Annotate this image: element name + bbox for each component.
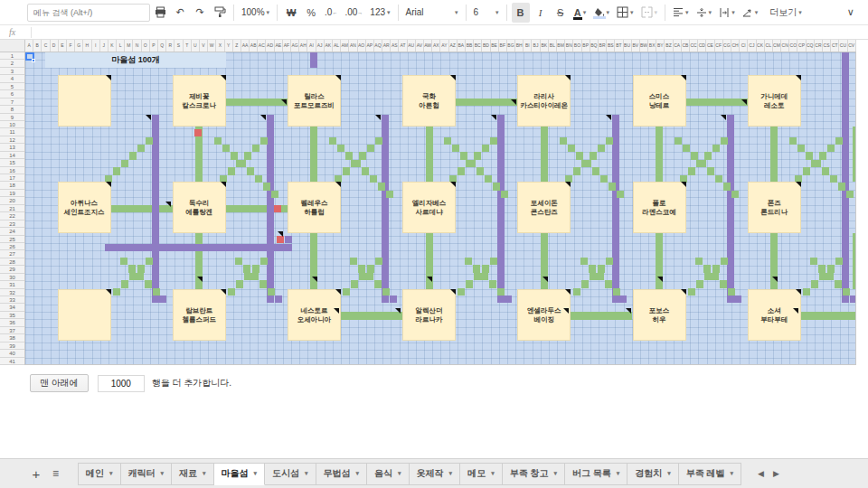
column-header[interactable]: BD <box>482 40 490 52</box>
row-header[interactable]: 16 <box>0 167 24 174</box>
sheet-tab-무법섬[interactable]: 무법섬▾ <box>316 463 368 485</box>
row-header[interactable]: 2 <box>0 60 24 67</box>
column-header[interactable]: U <box>192 40 200 52</box>
empty-note-box[interactable] <box>58 75 111 127</box>
column-header[interactable]: BQ <box>590 40 599 52</box>
sheet-tab-menu-icon[interactable]: ▾ <box>491 470 495 477</box>
sheet-tab-부족 창고[interactable]: 부족 창고▾ <box>503 463 565 485</box>
sheet-tab-버그 목록[interactable]: 버그 목록▾ <box>565 463 627 485</box>
column-header[interactable]: Q <box>158 40 166 52</box>
village-note-box[interactable]: 펠레우스 하를럼 <box>288 182 341 233</box>
row-header[interactable]: 26 <box>0 243 24 250</box>
column-header[interactable]: CP <box>797 40 806 52</box>
column-header[interactable]: CE <box>706 40 714 52</box>
print-icon[interactable] <box>151 3 169 23</box>
row-header[interactable]: 33 <box>0 296 24 304</box>
number-format-select[interactable]: 123▾ <box>367 3 392 23</box>
column-header[interactable]: AK <box>325 40 333 52</box>
row-header[interactable]: 11 <box>0 128 24 136</box>
village-note-box[interactable]: 독수리 에를랑겐 <box>173 182 226 233</box>
sheet-grid[interactable]: 마을섬 100개 제비꽃 칼스크로나릴라스 포트모르즈비국화 아른험라리사 카스… <box>25 52 856 365</box>
column-header[interactable]: N <box>133 40 141 52</box>
row-header[interactable]: 32 <box>0 289 24 296</box>
village-note-box[interactable]: 포보스 히우 <box>633 289 686 341</box>
column-header[interactable]: BZ <box>665 40 673 52</box>
column-header[interactable]: Z <box>233 40 241 52</box>
column-header[interactable]: A <box>25 40 33 52</box>
village-note-box[interactable]: 스미스 낭테르 <box>633 75 686 127</box>
add-rows-count-input[interactable] <box>98 375 145 392</box>
all-sheets-icon[interactable]: ≡ <box>45 467 65 480</box>
column-header[interactable]: AM <box>341 40 349 52</box>
column-header[interactable]: B <box>33 40 42 52</box>
sheet-tab-부족 레벨[interactable]: 부족 레벨▾ <box>679 463 741 485</box>
tabs-scroll-right-icon[interactable]: ▶ <box>773 469 779 478</box>
column-header[interactable]: AZ <box>449 40 458 52</box>
row-header[interactable]: 38 <box>0 334 24 342</box>
row-header[interactable]: 34 <box>0 304 24 311</box>
column-header[interactable]: P <box>150 40 158 52</box>
tabs-scroll-left-icon[interactable]: ◀ <box>758 469 764 478</box>
row-header[interactable]: 35 <box>0 312 24 319</box>
row-header[interactable]: 31 <box>0 281 24 288</box>
sheet-tab-menu-icon[interactable]: ▾ <box>356 470 360 477</box>
column-header[interactable]: CM <box>773 40 781 52</box>
redo-icon[interactable]: ↷ <box>191 3 209 23</box>
column-header[interactable]: CS <box>823 40 831 52</box>
column-header[interactable]: BM <box>557 40 565 52</box>
row-header[interactable]: 15 <box>0 159 24 166</box>
column-header[interactable]: AL <box>333 40 341 52</box>
vertical-align-button[interactable]: ▾ <box>693 3 715 23</box>
undo-icon[interactable]: ↶ <box>171 3 189 23</box>
column-header[interactable]: BU <box>624 40 632 52</box>
row-header[interactable]: 24 <box>0 228 24 235</box>
text-wrap-button[interactable]: ▾ <box>716 3 738 23</box>
row-header[interactable]: 19 <box>0 190 24 197</box>
column-header[interactable]: CA <box>674 40 682 52</box>
column-header[interactable]: CI <box>740 40 748 52</box>
village-note-box[interactable]: 소셔 부타부테 <box>748 289 801 341</box>
column-header[interactable]: CU <box>839 40 847 52</box>
zoom-select[interactable]: 100%▾ <box>239 3 272 23</box>
row-header[interactable]: 6 <box>0 90 24 98</box>
increase-decimal-button[interactable]: .00→ <box>342 3 365 23</box>
more-button[interactable]: 더보기▾ <box>767 3 805 23</box>
row-header[interactable]: 28 <box>0 258 24 266</box>
sheet-tab-menu-icon[interactable]: ▾ <box>398 470 401 477</box>
sheet-tab-menu-icon[interactable]: ▾ <box>731 470 734 477</box>
village-note-box[interactable]: 폴로 라멘스코예 <box>633 182 686 233</box>
column-header[interactable]: AS <box>391 40 399 52</box>
column-header[interactable]: CG <box>723 40 731 52</box>
decrease-decimal-button[interactable]: .0← <box>322 3 340 23</box>
row-header[interactable]: 41 <box>0 358 24 365</box>
sheet-tab-경험치[interactable]: 경험치▾ <box>627 463 679 485</box>
column-header[interactable]: BH <box>515 40 524 52</box>
column-header[interactable]: AU <box>408 40 416 52</box>
sheet-tab-menu-icon[interactable]: ▾ <box>203 470 206 477</box>
column-header[interactable]: BE <box>491 40 499 52</box>
bold-button[interactable]: B <box>512 3 530 23</box>
column-header[interactable]: BO <box>573 40 581 52</box>
row-header[interactable]: 8 <box>0 106 24 113</box>
row-header[interactable]: 40 <box>0 350 24 357</box>
column-header[interactable]: CQ <box>807 40 815 52</box>
row-header[interactable]: 10 <box>0 121 24 128</box>
text-color-button[interactable]: A▾ <box>571 3 590 23</box>
column-header[interactable]: BR <box>599 40 607 52</box>
village-note-box[interactable]: 국화 아른험 <box>402 75 456 127</box>
row-header[interactable]: 9 <box>0 114 24 121</box>
column-header[interactable]: CV <box>848 40 856 52</box>
percent-format-button[interactable]: % <box>302 3 320 23</box>
borders-button[interactable]: ▾ <box>614 3 637 23</box>
column-header[interactable]: AJ <box>316 40 325 52</box>
column-header[interactable]: CO <box>789 40 797 52</box>
column-header[interactable]: BT <box>615 40 623 52</box>
column-header[interactable]: L <box>117 40 125 52</box>
column-header[interactable]: CN <box>781 40 789 52</box>
column-header[interactable]: AQ <box>374 40 382 52</box>
sheet-tab-menu-icon[interactable]: ▾ <box>254 470 258 477</box>
row-header[interactable]: 20 <box>0 197 24 204</box>
column-header[interactable]: W <box>208 40 216 52</box>
village-note-box[interactable]: 가니메데 레소토 <box>748 75 801 127</box>
column-header[interactable]: AA <box>241 40 250 52</box>
